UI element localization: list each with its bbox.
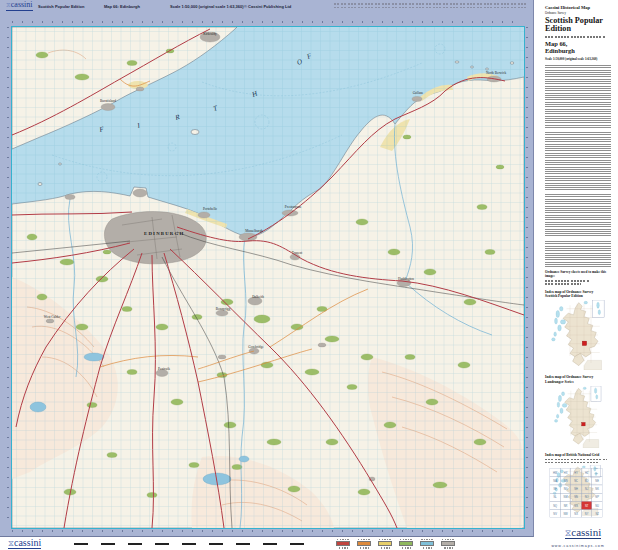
grid-ticks-right [526, 27, 528, 527]
legend-item [420, 539, 434, 549]
wood-patch [75, 74, 89, 80]
wood-patch [37, 294, 47, 300]
urban-patch [101, 104, 115, 111]
grid-cell-label: NH [574, 487, 578, 491]
cassini-website-url: www.cassinimaps.com [545, 544, 611, 548]
info-panel-content: Cassini Historical Map Ordnance Survey S… [545, 5, 611, 548]
grid-cell-label: ND [585, 479, 589, 483]
wood-patch [347, 385, 357, 390]
wood-patch [424, 269, 436, 275]
topbar-fineprint-line1 [334, 3, 526, 5]
town-label: Bonnyrigg [216, 307, 231, 311]
grid-cell-label: NF [553, 487, 557, 491]
description-paragraph-4 [545, 241, 611, 267]
description-paragraph-3 [545, 194, 611, 238]
legend-text [444, 547, 453, 549]
footer-strip: ⧖cassini [0, 537, 534, 550]
town-label: Penicuik [158, 367, 170, 371]
grid-cell-label: HX [564, 471, 568, 475]
inset-cell-label: HU [595, 472, 599, 474]
legend-text [400, 539, 413, 541]
wood-patch [232, 465, 242, 470]
inset-cell-label: HP [595, 467, 599, 469]
grid-cell-label: NZ [595, 512, 599, 516]
grid-cell-label: NB [564, 479, 568, 483]
legend-text [421, 539, 434, 541]
sheets-used-heading: Ordnance Survey sheets used to make this… [545, 271, 611, 278]
wood-patch [254, 315, 270, 323]
grid-cell-label: NS [574, 503, 578, 507]
legend-text [442, 539, 455, 541]
urban-patch [136, 87, 144, 91]
edinburgh-label: EDINBURGH [144, 231, 184, 236]
legend-text [381, 547, 390, 549]
urban-patch [218, 355, 226, 359]
wood-patch [356, 219, 368, 225]
wood-patch [27, 234, 37, 240]
description-paragraph-1 [545, 65, 611, 129]
legend-text [358, 539, 371, 541]
urban-patch [318, 343, 326, 347]
legend-swatch [378, 541, 392, 546]
urban-patch [239, 233, 257, 241]
wood-patch [361, 354, 373, 360]
grid-ticks-top [12, 21, 522, 23]
wood-patch [305, 369, 319, 375]
topbar-copyright: © Cassini Publishing Ltd [244, 4, 291, 9]
panel-revision-line [545, 36, 605, 38]
grid-cell-label: NP [595, 495, 599, 499]
index-map1-caption: Index map of Ordnance Survey Scottish Po… [545, 290, 611, 299]
wood-patch [267, 439, 281, 445]
legend-text [337, 539, 350, 541]
index-map3-note-line2 [545, 462, 599, 463]
panel-map-title: Map 66, Edinburgh [545, 41, 611, 55]
grid-cell-label: NQ [553, 503, 557, 507]
wood-patch [405, 355, 415, 360]
topbar-fineprint-line2 [334, 7, 526, 9]
legend-swatch [399, 541, 413, 546]
description-paragraph-2 [545, 132, 611, 190]
map-sheet: ⧖cassini Scottish Popular Edition Map 66… [0, 0, 534, 537]
grid-cell-label: NA [553, 479, 557, 483]
town-label: Dalkeith [252, 295, 264, 299]
legend-swatch [336, 541, 350, 546]
grid-cell-label: NY [585, 512, 589, 516]
grid-cell-label: HY [574, 471, 578, 475]
index-map3-caption: Index map of British National Grid [545, 453, 611, 457]
town-label: Tranent [292, 251, 302, 255]
grid-cell-label: NU [595, 503, 599, 507]
info-panel: Cassini Historical Map Ordnance Survey S… [536, 0, 618, 550]
sheet-66-highlight [582, 341, 586, 345]
wood-patch [477, 205, 487, 210]
cassini-logo-panel: ⧖cassini [565, 526, 602, 539]
legend-text [402, 547, 411, 549]
grid-cell-label: NK [595, 487, 599, 491]
wood-patch [388, 249, 400, 255]
wood-patch [127, 370, 137, 375]
wood-patch [288, 486, 300, 492]
wood-patch [103, 250, 111, 254]
wood-patch [96, 276, 108, 282]
town-label: Kirkcaldy [203, 32, 217, 36]
cramond-island [38, 183, 42, 186]
wood-patch [122, 307, 132, 312]
topbar-scale: Scale 1:50,000 (original scale 1:63,360) [170, 4, 244, 9]
wood-patch [485, 250, 495, 255]
town-label: Gullane [413, 91, 424, 95]
wood-patch [358, 489, 370, 495]
wood-patch [384, 422, 396, 428]
grid-cell-label: NW [563, 512, 568, 516]
legend-item [336, 539, 350, 549]
grid-ticks-bottom [12, 530, 522, 532]
index-map2-caption-line2: Landranger Series [545, 380, 611, 384]
town-label: Haddington [398, 277, 414, 281]
town-label: Musselburgh [245, 229, 263, 233]
legend-item [357, 539, 371, 549]
wood-patch [60, 259, 74, 265]
wood-patch [496, 165, 504, 169]
wood-patch [474, 439, 486, 445]
topbar-series: Scottish Popular Edition [38, 4, 84, 9]
index-map-popular-edition [545, 300, 609, 370]
panel-brand: Cassini Historical Map [545, 5, 611, 10]
wood-patch [147, 493, 157, 498]
